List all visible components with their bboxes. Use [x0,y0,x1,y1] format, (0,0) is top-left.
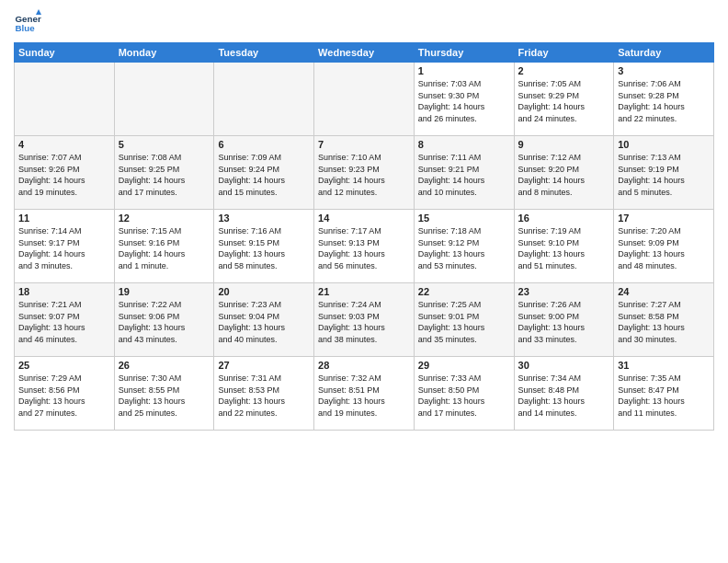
day-number: 5 [119,139,210,150]
day-cell: 22Sunrise: 7:25 AM Sunset: 9:01 PM Dayli… [414,283,514,357]
day-number: 13 [218,213,310,224]
logo-icon: General Blue [14,9,41,37]
svg-text:General: General [16,14,42,24]
day-info: Sunrise: 7:26 AM Sunset: 9:00 PM Dayligh… [518,299,610,345]
week-row-2: 4Sunrise: 7:07 AM Sunset: 9:26 PM Daylig… [15,136,714,210]
day-number: 25 [18,360,110,371]
day-info: Sunrise: 7:12 AM Sunset: 9:20 PM Dayligh… [518,152,610,198]
weekday-header-wednesday: Wednesday [314,43,415,63]
day-cell: 5Sunrise: 7:08 AM Sunset: 9:25 PM Daylig… [114,136,214,210]
day-cell: 21Sunrise: 7:24 AM Sunset: 9:03 PM Dayli… [314,283,415,357]
svg-text:Blue: Blue [16,23,36,33]
weekday-header-tuesday: Tuesday [214,43,314,63]
week-row-3: 11Sunrise: 7:14 AM Sunset: 9:17 PM Dayli… [15,210,714,283]
day-cell: 28Sunrise: 7:32 AM Sunset: 8:51 PM Dayli… [314,357,415,431]
day-info: Sunrise: 7:32 AM Sunset: 8:51 PM Dayligh… [318,373,410,419]
week-row-1: 1Sunrise: 7:03 AM Sunset: 9:30 PM Daylig… [15,63,714,136]
day-number: 2 [518,65,610,76]
week-row-4: 18Sunrise: 7:21 AM Sunset: 9:07 PM Dayli… [15,283,714,357]
day-info: Sunrise: 7:14 AM Sunset: 9:17 PM Dayligh… [18,225,110,271]
weekday-header-thursday: Thursday [414,43,514,63]
weekday-header-sunday: Sunday [15,43,115,63]
day-cell: 9Sunrise: 7:12 AM Sunset: 9:20 PM Daylig… [514,136,614,210]
weekday-header-saturday: Saturday [614,43,714,63]
logo: General Blue [14,9,41,37]
day-cell: 10Sunrise: 7:13 AM Sunset: 9:19 PM Dayli… [614,136,714,210]
day-cell: 2Sunrise: 7:05 AM Sunset: 9:29 PM Daylig… [514,63,614,136]
weekday-header-monday: Monday [114,43,214,63]
day-info: Sunrise: 7:35 AM Sunset: 8:47 PM Dayligh… [618,373,710,419]
day-number: 10 [618,139,710,150]
day-info: Sunrise: 7:29 AM Sunset: 8:56 PM Dayligh… [18,373,110,419]
svg-marker-2 [36,9,41,15]
day-info: Sunrise: 7:19 AM Sunset: 9:10 PM Dayligh… [518,225,610,271]
day-number: 31 [618,360,710,371]
day-number: 21 [318,286,410,297]
day-info: Sunrise: 7:20 AM Sunset: 9:09 PM Dayligh… [618,225,710,271]
day-number: 1 [418,65,510,76]
day-info: Sunrise: 7:34 AM Sunset: 8:48 PM Dayligh… [518,373,610,419]
day-number: 18 [18,286,110,297]
day-number: 15 [418,213,510,224]
day-cell [114,63,214,136]
day-number: 23 [518,286,610,297]
day-number: 29 [418,360,510,371]
day-number: 9 [518,139,610,150]
day-number: 26 [119,360,210,371]
day-cell: 18Sunrise: 7:21 AM Sunset: 9:07 PM Dayli… [15,283,115,357]
day-info: Sunrise: 7:17 AM Sunset: 9:13 PM Dayligh… [318,225,410,271]
weekday-header-friday: Friday [514,43,614,63]
day-cell: 26Sunrise: 7:30 AM Sunset: 8:55 PM Dayli… [114,357,214,431]
day-info: Sunrise: 7:05 AM Sunset: 9:29 PM Dayligh… [518,78,610,124]
day-cell: 3Sunrise: 7:06 AM Sunset: 9:28 PM Daylig… [614,63,714,136]
day-cell: 4Sunrise: 7:07 AM Sunset: 9:26 PM Daylig… [15,136,115,210]
day-cell: 17Sunrise: 7:20 AM Sunset: 9:09 PM Dayli… [614,210,714,283]
day-cell: 19Sunrise: 7:22 AM Sunset: 9:06 PM Dayli… [114,283,214,357]
day-number: 28 [318,360,410,371]
day-cell: 1Sunrise: 7:03 AM Sunset: 9:30 PM Daylig… [414,63,514,136]
day-cell: 6Sunrise: 7:09 AM Sunset: 9:24 PM Daylig… [214,136,314,210]
day-info: Sunrise: 7:16 AM Sunset: 9:15 PM Dayligh… [218,225,310,271]
header: General Blue [14,9,714,37]
day-cell: 31Sunrise: 7:35 AM Sunset: 8:47 PM Dayli… [614,357,714,431]
day-cell: 14Sunrise: 7:17 AM Sunset: 9:13 PM Dayli… [314,210,415,283]
day-info: Sunrise: 7:09 AM Sunset: 9:24 PM Dayligh… [218,152,310,198]
day-cell [15,63,115,136]
day-info: Sunrise: 7:23 AM Sunset: 9:04 PM Dayligh… [218,299,310,345]
week-row-5: 25Sunrise: 7:29 AM Sunset: 8:56 PM Dayli… [15,357,714,431]
day-cell: 7Sunrise: 7:10 AM Sunset: 9:23 PM Daylig… [314,136,415,210]
day-number: 16 [518,213,610,224]
day-number: 3 [618,65,710,76]
day-number: 14 [318,213,410,224]
day-info: Sunrise: 7:31 AM Sunset: 8:53 PM Dayligh… [218,373,310,419]
day-info: Sunrise: 7:22 AM Sunset: 9:06 PM Dayligh… [119,299,210,345]
day-info: Sunrise: 7:27 AM Sunset: 8:58 PM Dayligh… [618,299,710,345]
day-info: Sunrise: 7:18 AM Sunset: 9:12 PM Dayligh… [418,225,510,271]
day-info: Sunrise: 7:06 AM Sunset: 9:28 PM Dayligh… [618,78,710,124]
day-number: 19 [119,286,210,297]
day-cell: 25Sunrise: 7:29 AM Sunset: 8:56 PM Dayli… [15,357,115,431]
day-cell: 12Sunrise: 7:15 AM Sunset: 9:16 PM Dayli… [114,210,214,283]
day-cell [314,63,415,136]
day-info: Sunrise: 7:15 AM Sunset: 9:16 PM Dayligh… [119,225,210,271]
calendar-table: SundayMondayTuesdayWednesdayThursdayFrid… [14,42,714,431]
day-number: 27 [218,360,310,371]
day-number: 7 [318,139,410,150]
day-number: 20 [218,286,310,297]
weekday-header-row: SundayMondayTuesdayWednesdayThursdayFrid… [15,43,714,63]
day-info: Sunrise: 7:25 AM Sunset: 9:01 PM Dayligh… [418,299,510,345]
day-info: Sunrise: 7:10 AM Sunset: 9:23 PM Dayligh… [318,152,410,198]
day-number: 17 [618,213,710,224]
day-cell: 27Sunrise: 7:31 AM Sunset: 8:53 PM Dayli… [214,357,314,431]
day-cell: 20Sunrise: 7:23 AM Sunset: 9:04 PM Dayli… [214,283,314,357]
day-cell: 29Sunrise: 7:33 AM Sunset: 8:50 PM Dayli… [414,357,514,431]
day-info: Sunrise: 7:30 AM Sunset: 8:55 PM Dayligh… [119,373,210,419]
day-info: Sunrise: 7:24 AM Sunset: 9:03 PM Dayligh… [318,299,410,345]
day-info: Sunrise: 7:03 AM Sunset: 9:30 PM Dayligh… [418,78,510,124]
day-number: 30 [518,360,610,371]
day-number: 24 [618,286,710,297]
day-number: 22 [418,286,510,297]
day-info: Sunrise: 7:13 AM Sunset: 9:19 PM Dayligh… [618,152,710,198]
day-number: 11 [18,213,110,224]
page-container: General Blue SundayMondayTuesdayWednesda… [0,0,728,438]
